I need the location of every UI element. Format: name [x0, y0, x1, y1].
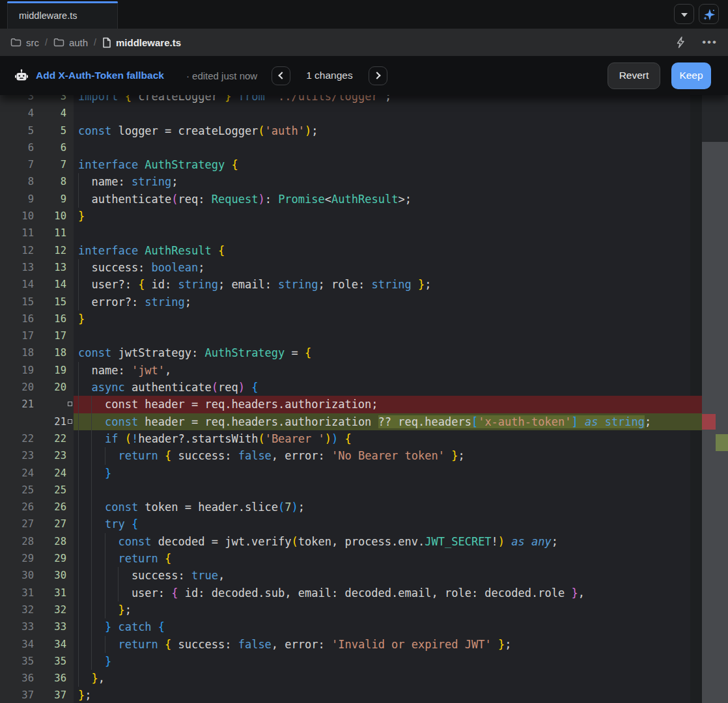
code-line[interactable]: 3434return { success: false, error: 'Inv… — [0, 636, 702, 653]
indent-guide — [78, 430, 91, 447]
line-number: 31 — [34, 585, 66, 601]
overview-removed-mark — [702, 414, 716, 430]
line-number: 36 — [34, 670, 66, 687]
indent-guide — [91, 636, 104, 653]
indent-guide — [105, 447, 118, 464]
code-line[interactable]: 2525 — [0, 482, 702, 499]
code-line[interactable]: 88name: string; — [0, 173, 702, 190]
line-number: 22 — [0, 430, 34, 447]
line-number: 13 — [34, 259, 66, 276]
indent-guide — [78, 670, 91, 687]
line-number: 12 — [34, 242, 66, 259]
next-change-button[interactable] — [369, 66, 387, 85]
indent-guide — [105, 550, 118, 567]
code-line[interactable]: 33import { createLogger } from '../utils… — [0, 95, 702, 105]
code-line[interactable]: 2424} — [0, 465, 702, 482]
line-number: 20 — [0, 379, 34, 396]
file-icon — [102, 37, 111, 48]
diff-change-marker[interactable] — [68, 419, 72, 424]
indent-guide — [91, 413, 104, 430]
line-number: 32 — [0, 601, 34, 618]
line-number: 4 — [34, 105, 66, 122]
code-line[interactable]: 1414user?: { id: string; email: string; … — [0, 276, 702, 293]
code-line[interactable]: 3131user: { id: decoded.sub, email: deco… — [0, 585, 702, 601]
line-number: 15 — [0, 294, 34, 310]
code-line[interactable]: 21const header = req.headers.authorizati… — [0, 396, 702, 413]
line-number: 27 — [34, 516, 66, 532]
code-line[interactable]: 66 — [0, 139, 702, 156]
code-line[interactable]: 3636}, — [0, 670, 702, 687]
code-line[interactable]: 1717 — [0, 327, 702, 344]
code-line[interactable]: 99authenticate(req: Request): Promise<Au… — [0, 191, 702, 208]
code-line[interactable]: 1212interface AuthResult { — [0, 242, 702, 259]
indent-guide — [78, 191, 91, 208]
code-line[interactable]: 1010} — [0, 208, 702, 225]
line-number: 26 — [0, 499, 34, 516]
indent-guide — [91, 601, 104, 618]
code-line[interactable]: 21const header = req.headers.authorizati… — [0, 413, 702, 430]
line-number: 21 — [0, 396, 34, 413]
indent-guide — [78, 585, 91, 601]
line-number: 21 — [34, 413, 66, 430]
diff-change-marker[interactable] — [68, 402, 72, 406]
code-line[interactable]: 3232}; — [0, 601, 702, 618]
code-line[interactable]: 1515error?: string; — [0, 294, 702, 310]
indent-guide — [78, 499, 91, 516]
indent-guide — [78, 259, 91, 276]
code-line[interactable]: 2020async authenticate(req) { — [0, 379, 702, 396]
code-line[interactable]: 1919name: 'jwt', — [0, 362, 702, 379]
code-line[interactable]: 3535} — [0, 653, 702, 670]
new-ai-edit-button[interactable] — [699, 4, 719, 24]
line-number: 6 — [34, 139, 66, 156]
tab-middleware[interactable]: middleware.ts — [7, 1, 118, 29]
code-line[interactable]: 1616} — [0, 310, 702, 327]
indent-guide — [91, 533, 104, 550]
indent-guide — [78, 276, 91, 293]
line-number: 11 — [34, 225, 66, 241]
indent-guide — [91, 465, 104, 482]
breadcrumb-item-auth[interactable]: auth — [53, 37, 88, 48]
code-line[interactable]: 1111 — [0, 225, 702, 241]
code-line[interactable]: 2828const decoded = jwt.verify(token, pr… — [0, 533, 702, 550]
line-number: 26 — [34, 499, 66, 516]
scrollbar-track[interactable] — [702, 95, 728, 703]
lightning-icon[interactable] — [675, 36, 686, 49]
line-number: 30 — [34, 567, 66, 584]
keep-button[interactable]: Keep — [671, 62, 711, 89]
revert-button[interactable]: Revert — [608, 62, 660, 89]
indent-guide — [78, 516, 91, 532]
code-line[interactable]: 2323return { success: false, error: 'No … — [0, 447, 702, 464]
tab-list-dropdown-button[interactable] — [674, 4, 694, 24]
code-line[interactable]: 44 — [0, 105, 702, 122]
code-editor[interactable]: 33import { createLogger } from '../utils… — [0, 95, 728, 703]
indent-guide — [78, 362, 91, 379]
breadcrumb-item-file[interactable]: middleware.ts — [102, 37, 181, 48]
previous-change-button[interactable] — [272, 66, 290, 85]
breadcrumb-separator: / — [45, 37, 48, 48]
ai-edit-bar: Add X-Auth-Token fallback · edited just … — [0, 56, 728, 95]
code-line[interactable]: 3737}; — [0, 687, 702, 703]
line-number: 33 — [34, 618, 66, 635]
breadcrumb-item-src[interactable]: src — [10, 37, 39, 48]
line-number: 32 — [34, 601, 66, 618]
code-line[interactable]: 77interface AuthStrategy { — [0, 156, 702, 173]
indent-guide — [78, 294, 91, 310]
line-number: 8 — [0, 173, 34, 190]
line-number: 24 — [34, 465, 66, 482]
code-line[interactable]: 2727try { — [0, 516, 702, 532]
more-options-icon[interactable]: ••• — [702, 39, 718, 46]
line-number: 19 — [34, 362, 66, 379]
code-line[interactable]: 1313success: boolean; — [0, 259, 702, 276]
code-line[interactable]: 1818const jwtStrategy: AuthStrategy = { — [0, 344, 702, 361]
line-number: 4 — [0, 105, 34, 122]
code-line[interactable]: 3030success: true, — [0, 567, 702, 584]
line-number: 37 — [34, 687, 66, 703]
line-number: 27 — [0, 516, 34, 532]
code-line[interactable]: 2626const token = header.slice(7); — [0, 499, 702, 516]
indent-guide — [78, 465, 91, 482]
code-line[interactable]: 2222if (!header?.startsWith('Bearer ')) … — [0, 430, 702, 447]
code-line[interactable]: 55const logger = createLogger('auth'); — [0, 122, 702, 139]
code-line[interactable]: 2929return { — [0, 550, 702, 567]
line-number: 29 — [0, 550, 34, 567]
code-line[interactable]: 3333} catch { — [0, 618, 702, 635]
